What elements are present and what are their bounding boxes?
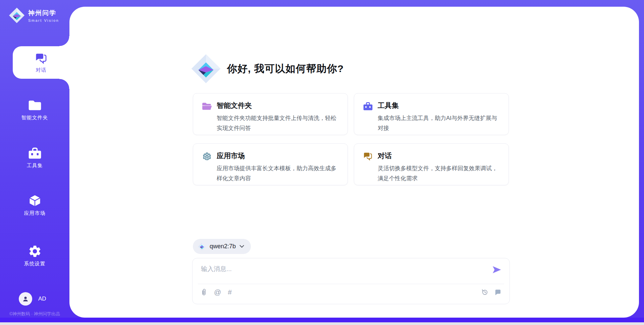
model-selector[interactable]: qwen2:7b (193, 239, 251, 254)
sidebar-item-toolset[interactable]: 工具集 (0, 146, 69, 169)
cube-tiles-icon (202, 151, 212, 161)
active-tab-curve-top (59, 36, 69, 46)
bottom-edge (0, 322, 644, 325)
card-title: 工具集 (378, 101, 500, 110)
chat-bubbles-icon (34, 52, 48, 65)
card-app-market[interactable]: 应用市场 应用市场提供丰富长文本模板，助力高效生成多样化文章内容 (193, 143, 348, 185)
brand-logo-icon (9, 7, 25, 23)
cube-icon (28, 194, 42, 208)
model-name: qwen2:7b (210, 243, 236, 250)
mention-icon[interactable]: @ (214, 288, 221, 296)
avatar (19, 292, 32, 306)
card-title: 对话 (378, 151, 500, 160)
composer-divider (198, 284, 504, 284)
feature-cards: 智能文件夹 智能文件夹功能支持批量文件上传与清洗，轻松实现文件问答 工具集 集成… (193, 93, 509, 185)
card-chat[interactable]: 对话 灵活切换多模型文件，支持多样回复效果调试，满足个性化需求 (354, 143, 509, 185)
feedback-chat-icon[interactable] (494, 289, 501, 296)
send-icon[interactable] (492, 265, 502, 274)
sidebar-item-label: 智能文件夹 (21, 115, 48, 121)
brand-name: 神州问学 (28, 9, 59, 17)
card-description: 应用市场提供丰富长文本模板，助力高效生成多样化文章内容 (217, 164, 339, 184)
hashtag-icon[interactable]: # (228, 288, 232, 296)
card-title: 智能文件夹 (217, 101, 339, 110)
user-name: AD (38, 296, 46, 302)
gear-icon (28, 244, 42, 258)
model-logo-icon (198, 243, 206, 251)
card-title: 应用市场 (217, 151, 339, 160)
active-tab-curve-bottom (59, 79, 69, 89)
copyright-text: ©神州数码 · 神州问学出品 (0, 311, 69, 317)
folder-open-icon (202, 101, 212, 111)
message-input[interactable] (201, 263, 476, 275)
sidebar-item-settings[interactable]: 系统设置 (0, 244, 69, 267)
sidebar-item-label: 系统设置 (24, 261, 46, 267)
brand: 神州问学 Smart Vision (9, 7, 59, 23)
toolbox-icon (28, 146, 42, 160)
assistant-logo-icon (191, 54, 221, 84)
message-composer: @ # (192, 258, 510, 304)
sidebar-item-chat[interactable]: 对话 (13, 46, 69, 79)
composer-tools-left: @ # (201, 288, 232, 296)
attachment-icon[interactable] (201, 288, 207, 296)
card-description: 灵活切换多模型文件，支持多样回复效果调试，满足个性化需求 (378, 164, 500, 184)
card-description: 集成市场上主流工具，助力AI与外界无缝扩展与对接 (378, 113, 500, 133)
history-icon[interactable] (481, 288, 488, 296)
main-panel: 你好, 我可以如何帮助你? 智能文件夹 智能文件夹功能支持批量文件上传与清洗，轻… (69, 7, 639, 318)
sidebar-item-label: 对话 (36, 67, 47, 73)
greeting: 你好, 我可以如何帮助你? (191, 54, 344, 84)
chevron-down-icon (239, 245, 244, 248)
chat-bubbles-icon (363, 151, 373, 161)
folder-icon (28, 98, 42, 112)
greeting-title: 你好, 我可以如何帮助你? (227, 62, 344, 76)
composer-tools-right (481, 288, 501, 296)
user-account[interactable]: AD (19, 292, 46, 306)
bottom-band (0, 318, 644, 322)
sidebar-item-smart-folder[interactable]: 智能文件夹 (0, 98, 69, 121)
sidebar-item-app-market[interactable]: 应用市场 (0, 194, 69, 216)
sidebar-item-label: 工具集 (27, 162, 43, 169)
person-icon (21, 295, 30, 303)
card-smart-folder[interactable]: 智能文件夹 智能文件夹功能支持批量文件上传与清洗，轻松实现文件问答 (193, 93, 348, 135)
card-description: 智能文件夹功能支持批量文件上传与清洗，轻松实现文件问答 (217, 113, 339, 133)
brand-subtitle: Smart Vision (28, 18, 59, 22)
card-toolset[interactable]: 工具集 集成市场上主流工具，助力AI与外界无缝扩展与对接 (354, 93, 509, 135)
sidebar-item-label: 应用市场 (24, 210, 46, 216)
toolbox-icon (363, 101, 373, 111)
sidebar: 神州问学 Smart Vision 对话 智能文件夹 工具集 (0, 0, 69, 325)
